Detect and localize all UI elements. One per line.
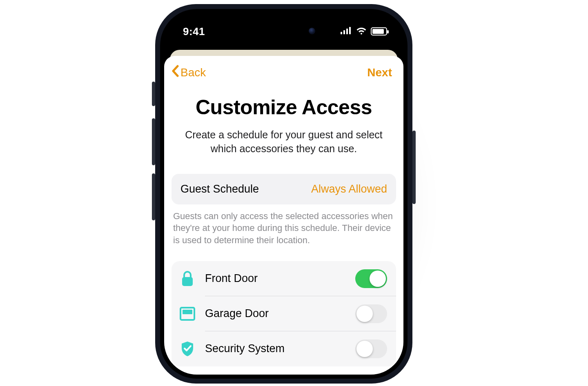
guest-schedule-value: Always Allowed xyxy=(311,183,387,195)
back-label: Back xyxy=(180,66,206,79)
side-button-power xyxy=(412,131,416,204)
svg-rect-4 xyxy=(182,277,193,286)
accessory-row-security-system: Security System xyxy=(172,331,396,366)
side-button-volume-down xyxy=(152,173,155,220)
accessory-row-front-door: Front Door xyxy=(172,261,396,296)
dynamic-island xyxy=(245,20,323,42)
shield-check-icon xyxy=(178,339,197,358)
accessory-toggle-front-door[interactable] xyxy=(355,269,387,288)
accessory-label: Front Door xyxy=(205,272,355,285)
lock-icon xyxy=(178,269,197,288)
garage-icon xyxy=(178,304,197,323)
schedule-footnote: Guests can only access the selected acce… xyxy=(164,204,403,250)
side-button-silent xyxy=(152,82,155,106)
accessory-toggle-garage-door[interactable] xyxy=(355,304,387,323)
phone-frame: 9:41 xyxy=(155,4,412,384)
guest-schedule-cell[interactable]: Guest Schedule Always Allowed xyxy=(172,174,396,204)
status-time: 9:41 xyxy=(183,25,205,38)
side-button-volume-up xyxy=(152,118,155,165)
page-title: Customize Access xyxy=(179,95,389,119)
phone-frame-inner: 9:41 xyxy=(160,9,408,379)
battery-icon xyxy=(371,27,387,35)
svg-rect-6 xyxy=(183,310,192,314)
accessory-row-garage-door: Garage Door xyxy=(172,296,396,331)
hero: Customize Access Create a schedule for y… xyxy=(164,84,403,160)
accessory-label: Garage Door xyxy=(205,307,355,320)
modal-sheet: Back Next Customize Access Create a sche… xyxy=(164,56,403,375)
accessory-label: Security System xyxy=(205,342,355,355)
status-icons xyxy=(341,27,387,36)
svg-rect-2 xyxy=(346,29,348,34)
screen: 9:41 xyxy=(164,13,403,375)
svg-rect-1 xyxy=(343,30,345,34)
wifi-icon xyxy=(356,27,367,36)
back-button[interactable]: Back xyxy=(172,65,206,80)
status-bar: 9:41 xyxy=(164,13,403,50)
cellular-icon xyxy=(341,27,352,36)
accessories-list: Front Door Garage Door xyxy=(172,261,396,366)
next-button[interactable]: Next xyxy=(367,66,392,79)
svg-rect-0 xyxy=(341,32,342,34)
schedule-group: Guest Schedule Always Allowed xyxy=(172,174,396,204)
nav-bar: Back Next xyxy=(164,59,403,84)
page-subtitle: Create a schedule for your guest and sel… xyxy=(179,128,389,156)
chevron-left-icon xyxy=(172,65,179,80)
accessory-toggle-security-system[interactable] xyxy=(355,339,387,358)
svg-rect-3 xyxy=(349,27,351,34)
guest-schedule-label: Guest Schedule xyxy=(180,183,259,195)
